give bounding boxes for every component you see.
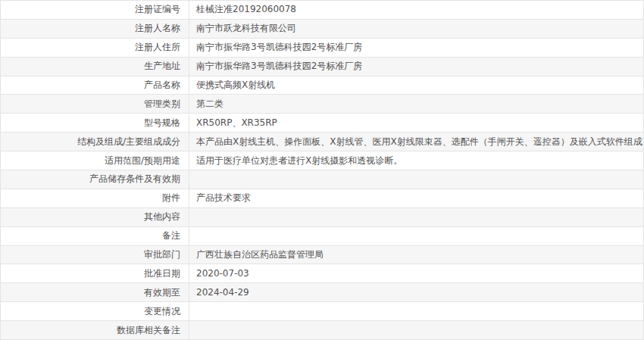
row-value	[189, 208, 643, 226]
table-row: 管理类别 第二类	[1, 95, 643, 114]
row-label: 有效期至	[1, 283, 189, 301]
table-row: 数据库相关备注	[1, 321, 643, 339]
row-label: 产品名称	[1, 76, 189, 95]
table-row: 变更情况	[1, 302, 643, 321]
row-value: 桂械注准20192060078	[189, 1, 643, 19]
row-value: 南宁市振华路3号凯德科技园2号标准厂房	[189, 39, 643, 57]
row-label: 其他内容	[1, 208, 189, 226]
row-value: XR50RP、XR35RP	[189, 114, 643, 132]
table-row: 结构及组成/主要组成成分 本产品由X射线主机、操作面板、X射线管、医用X射线限束…	[1, 133, 643, 151]
row-value: 本产品由X射线主机、操作面板、X射线管、医用X射线限束器、选配件（手闸开关、遥控…	[189, 133, 643, 151]
row-value: 产品技术要求	[189, 189, 643, 207]
row-value	[189, 227, 643, 245]
table-row: 附件 产品技术要求	[1, 189, 643, 208]
row-value	[189, 302, 643, 320]
row-value: 适用于医疗单位对患者进行X射线摄影和透视诊断。	[189, 151, 643, 170]
table-row: 批准日期 2020-07-03	[1, 264, 643, 283]
row-label: 产品储存条件及有效期	[1, 170, 189, 189]
row-label: 结构及组成/主要组成成分	[1, 133, 189, 151]
row-value: 2020-07-03	[189, 264, 643, 282]
row-value	[189, 170, 643, 189]
row-value: 2024-04-29	[189, 283, 643, 301]
row-label: 变更情况	[1, 302, 189, 320]
table-row: 适用范围/预期用途 适用于医疗单位对患者进行X射线摄影和透视诊断。	[1, 151, 643, 170]
table-row: 产品储存条件及有效期	[1, 170, 643, 189]
table-row: 注册人名称 南宁市跃龙科技有限公司	[1, 20, 643, 39]
row-label: 备注	[1, 227, 189, 245]
table-row: 有效期至 2024-04-29	[1, 283, 643, 302]
registration-info-table: 注册证编号 桂械注准20192060078 注册人名称 南宁市跃龙科技有限公司 …	[0, 0, 644, 340]
row-label: 管理类别	[1, 95, 189, 113]
row-label: 型号规格	[1, 114, 189, 132]
row-value: 第二类	[189, 95, 643, 113]
row-value: 广西壮族自治区药品监督管理局	[189, 246, 643, 264]
table-row: 型号规格 XR50RP、XR35RP	[1, 114, 643, 133]
row-label: 审批部门	[1, 246, 189, 264]
table-row: 注册证编号 桂械注准20192060078	[1, 1, 643, 20]
row-label: 适用范围/预期用途	[1, 151, 189, 170]
row-value: 南宁市跃龙科技有限公司	[189, 20, 643, 38]
table-row: 注册人住所 南宁市振华路3号凯德科技园2号标准厂房	[1, 39, 643, 58]
table-row: 生产地址 南宁市振华路3号凯德科技园2号标准厂房	[1, 58, 643, 76]
row-label: 数据库相关备注	[1, 321, 189, 339]
row-label: 注册人住所	[1, 39, 189, 57]
row-label: 附件	[1, 189, 189, 207]
row-value	[189, 321, 643, 339]
row-label: 注册人名称	[1, 20, 189, 38]
table-row: 备注	[1, 227, 643, 246]
table-row: 产品名称 便携式高频X射线机	[1, 76, 643, 95]
row-value: 便携式高频X射线机	[189, 76, 643, 95]
row-label: 注册证编号	[1, 1, 189, 19]
row-label: 生产地址	[1, 58, 189, 76]
row-value: 南宁市振华路3号凯德科技园2号标准厂房	[189, 58, 643, 76]
table-row: 审批部门 广西壮族自治区药品监督管理局	[1, 246, 643, 265]
table-row: 其他内容	[1, 208, 643, 227]
row-label: 批准日期	[1, 264, 189, 282]
